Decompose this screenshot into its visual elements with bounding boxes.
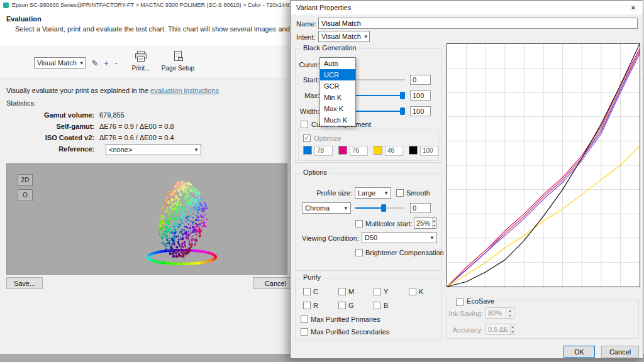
page-setup-icon <box>173 51 183 63</box>
brightener-compensation-checkbox[interactable] <box>355 249 363 256</box>
purify-b-checkbox[interactable] <box>374 302 381 309</box>
purify-c-label: C <box>313 286 318 297</box>
purify-m-checkbox[interactable] <box>338 288 346 295</box>
curve-option-max-k[interactable]: Max K <box>320 103 355 114</box>
max-label: Max: <box>296 90 319 101</box>
chevron-down-icon: ▼ <box>430 235 435 241</box>
smooth-checkbox[interactable] <box>396 189 404 197</box>
purify-y-checkbox[interactable] <box>374 288 381 295</box>
cyan-ink-value[interactable]: 78 <box>314 146 333 156</box>
ecosave-checkbox[interactable] <box>456 299 464 306</box>
curve-dropdown-list: Auto UCR GCR Min K Max K Much K <box>319 57 356 126</box>
curve-option-min-k[interactable]: Min K <box>320 92 355 103</box>
accuracy-label: Accuracy: <box>448 324 483 336</box>
evaluation-heading: Evaluation <box>6 15 42 23</box>
max-value[interactable]: 100 <box>410 90 431 101</box>
purify-c-checkbox[interactable] <box>303 288 311 295</box>
stat-value: 679,855 <box>99 111 125 119</box>
evaluate-line: Visually evaluate your print as explaine… <box>6 87 219 94</box>
curve-option-ucr[interactable]: UCR <box>320 69 355 80</box>
magenta-ink-swatch <box>338 146 347 155</box>
stat-row-gamut-volume: Gamut volume: 679,855 <box>0 111 286 121</box>
purify-group: Purify C M Y K R G B Max Purified Primar… <box>295 278 441 339</box>
stat-label: Gamut volume: <box>0 111 94 119</box>
spinner-arrows: ▲▼ <box>506 308 514 318</box>
stat-label: ISO Coated v2: <box>0 134 94 141</box>
purify-m-label: M <box>348 286 354 297</box>
chevron-down-icon: ▼ <box>79 60 84 66</box>
stat-row-iso-coated: ISO Coated v2: ΔE76 = 0.6 / ΔE00 = 0.4 <box>0 134 286 144</box>
spinner-arrows: ▲▼ <box>510 324 514 334</box>
stat-row-self-gamut: Self-gamut: ΔE76 = 0.9 / ΔE00 = 0.8 <box>0 123 286 133</box>
smooth-label: Smooth <box>406 187 430 199</box>
start-value[interactable]: 0 <box>410 75 431 85</box>
spinner-arrows[interactable]: ▲▼ <box>432 218 436 228</box>
black-ink-swatch <box>409 146 418 155</box>
page-setup-label: Page Setup <box>162 65 194 72</box>
print-button[interactable]: Print... <box>126 51 156 72</box>
print-button-label: Print... <box>132 65 150 72</box>
close-icon[interactable]: ✕ <box>624 1 643 14</box>
optimize-checkbox[interactable] <box>303 134 311 142</box>
app-icon <box>3 3 9 8</box>
chroma-value[interactable]: 0 <box>410 203 431 213</box>
magenta-ink-value[interactable]: 76 <box>350 146 368 156</box>
curve-option-gcr[interactable]: GCR <box>320 80 355 92</box>
max-purified-secondaries-checkbox[interactable] <box>301 328 308 336</box>
intent-select[interactable]: Visual Match ▼ <box>318 31 370 42</box>
chroma-select[interactable]: Chroma ▼ <box>302 202 351 214</box>
gamut-viewer[interactable]: 2D O <box>6 163 287 275</box>
chroma-select-value: Chroma <box>305 204 330 212</box>
custom-adjustment-checkbox[interactable] <box>301 121 308 128</box>
ink-saving-value: 80% <box>486 308 506 318</box>
max-purified-primaries-checkbox[interactable] <box>301 315 308 323</box>
purify-r-label: R <box>313 300 318 311</box>
variant-properties-dialog: Variant Properties ✕ Name: Intent: Visua… <box>290 0 643 359</box>
ok-button[interactable]: OK <box>564 346 595 358</box>
ink-saving-spinner: 80% ▲▼ <box>486 307 514 319</box>
chevron-down-icon: ▼ <box>364 34 369 40</box>
name-input[interactable] <box>318 18 638 29</box>
viewing-condition-select[interactable]: D50 ▼ <box>362 232 437 243</box>
viewing-condition-value: D50 <box>365 234 377 241</box>
variant-select[interactable]: Visual Match ▼ <box>34 57 86 69</box>
reference-select[interactable]: <none> ▼ <box>106 144 201 155</box>
multicolor-start-spinner[interactable]: 25% ▲▼ <box>414 217 436 229</box>
add-variant-button[interactable]: + <box>102 57 111 69</box>
chroma-slider[interactable] <box>355 202 404 214</box>
evaluation-instructions-link[interactable]: evaluation instructions <box>150 87 219 94</box>
options-heading: Options <box>301 168 330 176</box>
printer-icon <box>135 51 147 63</box>
page-setup-button[interactable]: Page Setup <box>158 51 197 72</box>
start-label: Start: <box>296 74 319 85</box>
multicolor-start-checkbox[interactable] <box>355 220 363 228</box>
profile-size-select[interactable]: Large ▼ <box>355 187 391 199</box>
save-button[interactable]: Save... <box>6 277 43 289</box>
reference-select-value: <none> <box>109 146 132 153</box>
edit-variant-icon[interactable]: ✎ <box>89 57 101 69</box>
black-generation-group: Black Generation Curve: Start: 0 Max: 10… <box>295 48 441 163</box>
curve-label: Curve: <box>296 59 319 70</box>
accuracy-value: 0.5 ΔE <box>486 324 510 334</box>
chevron-down-icon: ▼ <box>384 190 389 196</box>
cyan-ink-swatch <box>303 146 312 155</box>
dialog-cancel-button[interactable]: Cancel <box>601 346 639 358</box>
width-value[interactable]: 100 <box>410 106 431 116</box>
curve-option-much-k[interactable]: Much K <box>320 114 355 126</box>
gamut-cloud <box>7 164 287 274</box>
viewing-condition-label: Viewing Condition: <box>302 233 359 244</box>
curve-option-auto[interactable]: Auto <box>320 58 355 69</box>
purify-k-checkbox[interactable] <box>409 288 416 295</box>
black-ink-value[interactable]: 100 <box>420 146 438 156</box>
purify-g-checkbox[interactable] <box>338 302 346 309</box>
chevron-down-icon: ▼ <box>194 147 199 153</box>
view-o-button[interactable]: O <box>18 189 33 201</box>
purify-g-label: G <box>348 300 354 311</box>
purify-r-checkbox[interactable] <box>303 302 311 309</box>
yellow-ink-value[interactable]: 46 <box>385 146 403 156</box>
optimize-label: Optimize <box>314 133 341 144</box>
purify-k-label: K <box>419 286 423 297</box>
ink-curves-chart <box>447 43 640 287</box>
remove-variant-button[interactable]: - <box>112 57 121 69</box>
view-2d-button[interactable]: 2D <box>18 174 33 186</box>
